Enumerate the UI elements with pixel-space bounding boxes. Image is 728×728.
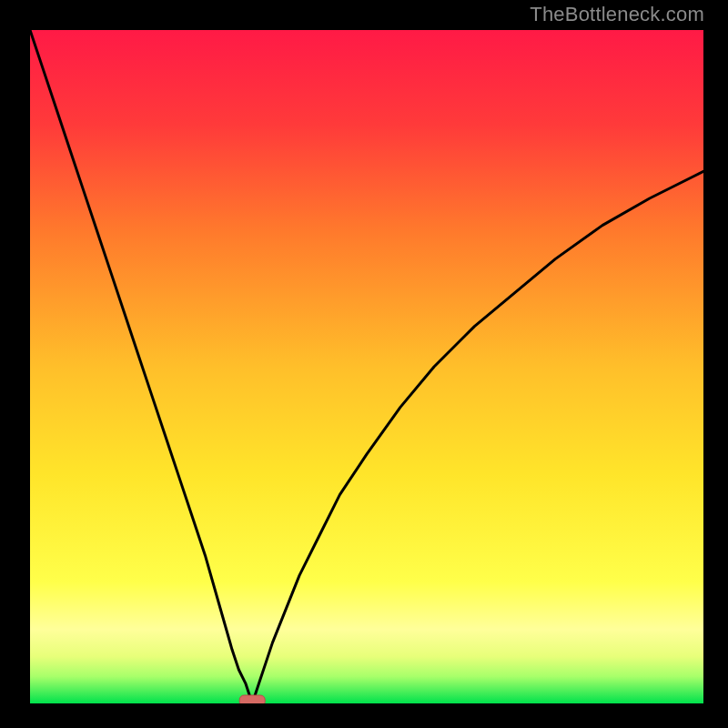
notch-marker: [239, 695, 265, 703]
chart-background-gradient: [30, 30, 703, 703]
attribution-text: TheBottleneck.com: [530, 3, 704, 26]
page-root: TheBottleneck.com: [0, 0, 728, 728]
bottleneck-chart: [30, 30, 703, 703]
chart-svg: [30, 30, 703, 703]
